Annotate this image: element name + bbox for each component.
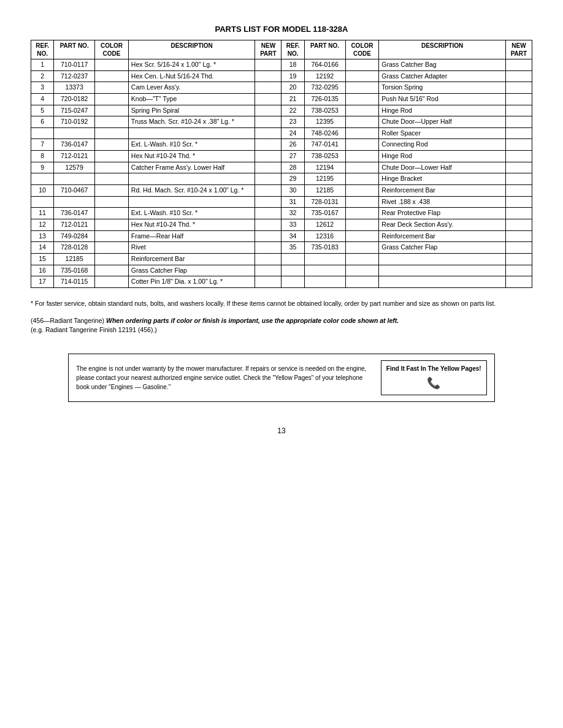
phone-icon: 📞 bbox=[386, 376, 481, 391]
page-number: 13 bbox=[31, 427, 532, 435]
header-ref-no: REF. NO. bbox=[31, 40, 54, 59]
table-row: 10710-0467Rd. Hd. Mach. Scr. #10-24 x 1.… bbox=[31, 185, 532, 197]
table-row: 5715-0247Spring Pin Spiral22738-0253Hing… bbox=[31, 105, 532, 116]
color-code-note: (456—Radiant Tangerine) When ordering pa… bbox=[31, 316, 532, 336]
table-row: 7736-0147Ext. L-Wash. #10 Scr. *26747-01… bbox=[31, 139, 532, 151]
table-row: 14728-0128Rivet35735-0183Grass Catcher F… bbox=[31, 242, 532, 254]
table-row: 313373Cam Lever Ass'y.20732-0295Torsion … bbox=[31, 82, 532, 94]
table-row: 31728-0131Rivet .188 x .438 bbox=[31, 196, 532, 208]
color-code-label: (456—Radiant Tangerine) bbox=[31, 317, 104, 324]
header-description2: DESCRIPTION bbox=[379, 40, 506, 59]
table-row: 16735-0168Grass Catcher Flap bbox=[31, 265, 532, 276]
table-row: 6710-0192Truss Mach. Scr. #10-24 x .38" … bbox=[31, 116, 532, 128]
table-row: 1512185Reinforcement Bar bbox=[31, 253, 532, 265]
table-row: 17714-0115Cotter Pin 1/8" Dia. x 1.00" L… bbox=[31, 276, 532, 288]
header-part-no: PART NO. bbox=[54, 40, 95, 59]
engine-warranty-box: The engine is not under warranty by the … bbox=[68, 354, 494, 402]
table-row: 8712-0121Hex Nut #10-24 Thd. *27738-0253… bbox=[31, 151, 532, 162]
color-code-example: (e.g. Radiant Tangerine Finish 12191 (45… bbox=[31, 326, 157, 333]
header-part-no2: PART NO. bbox=[304, 40, 345, 59]
table-row: 2712-0237Hex Cen. L-Nut 5/16-24 Thd.1912… bbox=[31, 70, 532, 82]
page-title: PARTS LIST FOR MODEL 118-328A bbox=[31, 25, 532, 34]
header-description: DESCRIPTION bbox=[128, 40, 255, 59]
table-row: 12712-0121Hex Nut #10-24 Thd. *3312612Re… bbox=[31, 219, 532, 230]
find-it-box: Find It Fast In The Yellow Pages! 📞 bbox=[381, 360, 487, 395]
footnote-section: * For faster service, obtain standard nu… bbox=[31, 299, 532, 335]
table-row: 2912195Hinge Bracket bbox=[31, 173, 532, 185]
table-row: 13749-0284Frame—Rear Half3412316Reinforc… bbox=[31, 230, 532, 242]
table-row: 1710-0117Hex Scr. 5/16-24 x 1.00'' Lg. *… bbox=[31, 59, 532, 71]
header-new-part: NEW PART bbox=[255, 40, 282, 59]
table-row: 24748-0246Roller Spacer bbox=[31, 127, 532, 139]
standard-parts-note: * For faster service, obtain standard nu… bbox=[31, 299, 532, 309]
header-color-code: COLOR CODE bbox=[95, 40, 129, 59]
engine-warranty-text: The engine is not under warranty by the … bbox=[76, 364, 380, 392]
header-new-part2: NEW PART bbox=[505, 40, 532, 59]
parts-table: REF. NO. PART NO. COLOR CODE DESCRIPTION… bbox=[31, 40, 532, 288]
table-row: 4720-0182Knob—"T" Type21726-0135Push Nut… bbox=[31, 93, 532, 105]
header-ref-no2: REF. NO. bbox=[282, 40, 304, 59]
find-it-label: Find It Fast In The Yellow Pages! bbox=[386, 365, 481, 373]
header-color-code2: COLOR CODE bbox=[345, 40, 379, 59]
table-row: 11736-0147Ext. L-Wash. #10 Scr. *32735-0… bbox=[31, 208, 532, 219]
table-row: 912579Catcher Frame Ass'y. Lower Half281… bbox=[31, 162, 532, 173]
color-code-text: When ordering parts if color or finish i… bbox=[106, 317, 399, 324]
